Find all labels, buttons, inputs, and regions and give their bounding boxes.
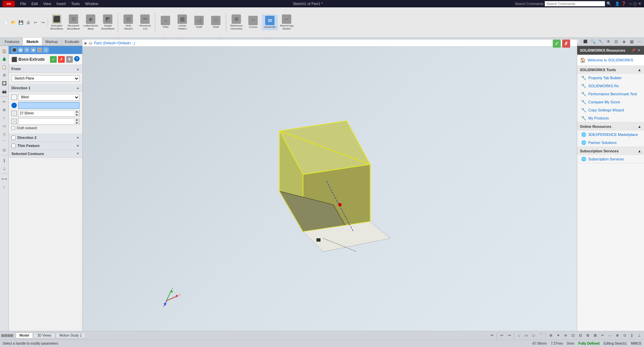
dir1-draft-input[interactable]	[18, 118, 75, 125]
cancel-button[interactable]: ✗	[58, 56, 65, 63]
bt-icon-10[interactable]: ≋	[562, 332, 569, 339]
left-icon-tree[interactable]: 🌲	[1, 55, 8, 63]
menu-window[interactable]: Window	[83, 1, 101, 6]
left-icon-tool5[interactable]: ◇	[1, 130, 8, 138]
view-filter-icon[interactable]: 🔧	[597, 38, 604, 45]
selected-contours-header[interactable]: Selected Contours ▼	[9, 150, 82, 158]
panel-help-icon[interactable]: ?	[74, 56, 80, 61]
menu-edit[interactable]: Edit	[29, 1, 41, 6]
search-icon[interactable]: 🔍	[606, 1, 611, 6]
bt-icon-19[interactable]: ∥	[629, 332, 635, 339]
toolbar-swept-boss[interactable]: ◩ SweptBoss/Base	[100, 13, 116, 32]
open-button[interactable]: 📂	[10, 19, 17, 26]
toolbar-revolved-boss[interactable]: ⊙ RevolvedBoss/Base	[65, 13, 82, 32]
undo-button[interactable]: ↩	[32, 19, 39, 26]
bt-icon-14[interactable]: ⊠	[592, 332, 598, 339]
sw-rx[interactable]: 🔧 SOLIDWORKS Rx	[577, 82, 644, 90]
view-display-icon[interactable]: 👁	[605, 38, 612, 45]
left-icon-tool6[interactable]: ⌒	[1, 138, 8, 146]
redo-button[interactable]: ↪	[40, 19, 46, 26]
dir1-distance-input[interactable]	[18, 110, 75, 116]
dir1-edge-input[interactable]	[18, 102, 80, 109]
search-input[interactable]	[545, 1, 605, 6]
online-resources-header[interactable]: Online Resources ▲	[577, 122, 644, 131]
tab-sketch[interactable]: Sketch	[23, 38, 42, 45]
bt-icon-8[interactable]: ⊕	[547, 332, 554, 339]
bt-icon-20[interactable]: ⊥	[636, 332, 643, 339]
subscription-header[interactable]: Subscription Services ▲	[577, 147, 644, 155]
panel-icon-4[interactable]: ◈	[31, 47, 36, 53]
view-grid-icon[interactable]: ▦	[628, 38, 635, 45]
toolbar-shell[interactable]: □ Shell	[208, 14, 224, 30]
bt-icon-7[interactable]: ⌒	[538, 332, 544, 339]
bt-icon-18[interactable]: ⊙	[621, 332, 628, 339]
bt-icon-15[interactable]: ✂	[599, 332, 606, 339]
ok-button[interactable]: ✓	[50, 56, 57, 63]
toolbar-linear-pattern[interactable]: ▦ LinearPattern	[174, 13, 190, 32]
copy-settings-wizard[interactable]: 🔧 Copy Settings Wizard	[577, 106, 644, 114]
print-button[interactable]: 🖨	[25, 19, 32, 26]
bt-icon-13[interactable]: ⊞	[584, 332, 591, 339]
dir1-spin-down[interactable]: ▼	[75, 113, 79, 117]
left-icon-tool7[interactable]: ⊡	[1, 146, 8, 154]
subscription-services[interactable]: 🌐 Subscription Services	[577, 155, 644, 163]
resources-pin-icon[interactable]: 📌	[631, 48, 636, 53]
user-icon[interactable]: 👤	[615, 1, 620, 6]
dir1-draft-spin-up[interactable]: ▲	[75, 118, 79, 121]
toolbar-ref-geometry[interactable]: ⊕ ReferenceGeometry	[228, 13, 244, 32]
bt-icon-16[interactable]: ↔	[606, 332, 613, 339]
view-render-icon[interactable]: ◈	[621, 38, 627, 45]
direction2-checkbox[interactable]	[11, 136, 16, 140]
direction1-header[interactable]: Direction 1 ▲	[9, 84, 82, 92]
bt-icon-9[interactable]: ✦	[555, 332, 561, 339]
thin-feature-checkbox[interactable]	[11, 144, 16, 148]
toolbar-revolved-cut[interactable]: ✂ RevolvedCut	[137, 13, 153, 32]
toolbar-fillet[interactable]: ⌣ Fillet	[157, 14, 174, 30]
resources-welcome[interactable]: 🏠 Welcome to SOLIDWORKS	[577, 55, 644, 66]
menu-view[interactable]: View	[41, 1, 54, 6]
toolbar-curves[interactable]: ~ Curves	[245, 14, 261, 30]
from-dropdown[interactable]: Sketch Plane	[11, 75, 80, 82]
restore-icon[interactable]: ◻	[633, 1, 637, 6]
menu-tools[interactable]: Tools	[68, 1, 83, 6]
tab-evaluate[interactable]: Evaluate	[61, 38, 83, 45]
bt-icon-2[interactable]: ↩	[498, 332, 505, 339]
from-header[interactable]: From ▲	[9, 65, 82, 73]
view-more-icon[interactable]: ⋯	[636, 38, 643, 45]
panel-icon-3[interactable]: ✦	[24, 47, 30, 53]
left-icon-tool2[interactable]: ⊕	[1, 106, 8, 113]
toolbar-move-bodies[interactable]: ↔ Move/CopyBodies	[279, 13, 295, 32]
close-icon[interactable]: ✕	[638, 1, 641, 6]
toolbar-hole-wizard[interactable]: ⊙ HoleWizard	[120, 13, 136, 32]
panel-icon-2[interactable]: ▤	[18, 47, 23, 53]
sw-tools-header[interactable]: SOLIDWORKS Tools ▲	[577, 66, 644, 74]
view-section-icon[interactable]: ⊟	[613, 38, 620, 45]
my-products[interactable]: 🔧 My Products	[577, 114, 644, 122]
bt-icon-6[interactable]: ◇	[530, 332, 537, 339]
dir1-reverse-icon[interactable]: ↑	[11, 95, 17, 100]
view-toggle-2[interactable]: ⬛	[582, 38, 589, 45]
bt-icon-12[interactable]: ⊟	[577, 332, 584, 339]
bt-icon-5[interactable]: ▭	[523, 332, 530, 339]
toolbar-extrude-boss[interactable]: ⬛ ExtrudedBoss/Base	[49, 13, 65, 32]
partner-solutions[interactable]: 🌐 Partner Solutions	[577, 139, 644, 147]
left-icon-tool4[interactable]: ▭	[1, 122, 8, 130]
bt-icon-1[interactable]: ✏	[489, 332, 495, 339]
left-icon-home[interactable]: 🏠	[1, 47, 8, 55]
3dexperience[interactable]: 🌐 3DEXPERIENCE Marketplace	[577, 131, 644, 139]
perf-benchmark[interactable]: 🔧 Performance Benchmark Test	[577, 90, 644, 98]
bt-icon-4[interactable]: ○	[515, 332, 522, 339]
property-tab-builder[interactable]: 🔧 Property Tab Builder	[577, 74, 644, 82]
menu-insert[interactable]: Insert	[54, 1, 68, 6]
panel-icon-5[interactable]: 🎨	[37, 47, 42, 53]
tab-markup[interactable]: Markup	[42, 38, 62, 45]
view-search-icon[interactable]: 🔍	[590, 38, 596, 45]
left-icon-rel1[interactable]: ∥	[1, 157, 8, 164]
help-icon[interactable]: ❓	[621, 1, 626, 6]
preview-button[interactable]: 👁	[66, 56, 73, 63]
bt-icon-17[interactable]: ⊗	[614, 332, 621, 339]
bottom-tab-model[interactable]: Model	[16, 333, 33, 338]
bt-icon-3[interactable]: ↪	[506, 332, 512, 339]
dir1-draft-spin-down[interactable]: ▼	[75, 121, 79, 125]
compare-my-score[interactable]: 🔧 Compare My Score	[577, 98, 644, 106]
